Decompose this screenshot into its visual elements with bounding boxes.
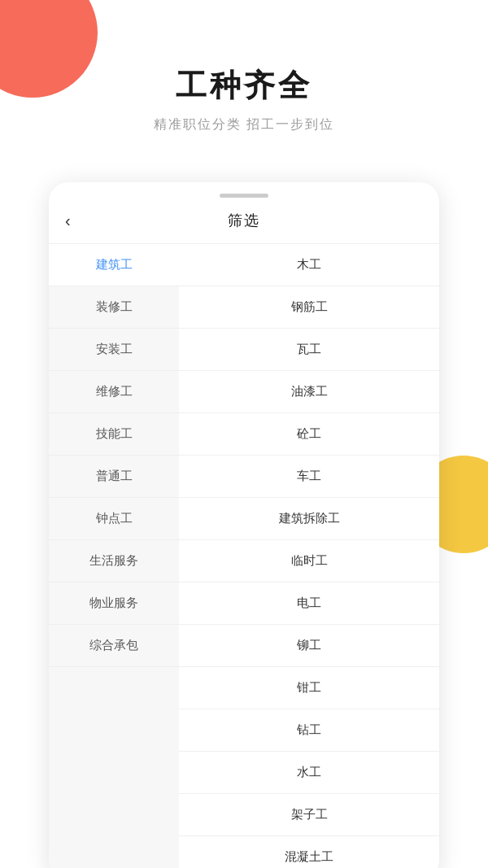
filter-header: ‹ 筛选 [49,198,439,244]
left-item-an-zhuang-gong[interactable]: 安装工 [49,329,179,371]
filter-body: 建筑工 装修工 安装工 维修工 技能工 普通工 钟点工 生活服务 物业服务 综合… [49,244,439,868]
right-item-qian-gong[interactable]: 钳工 [179,667,439,709]
back-button[interactable]: ‹ [65,212,71,230]
right-item-che-gong[interactable]: 车工 [179,456,439,498]
phone-container: ‹ 筛选 建筑工 装修工 安装工 维修工 技能工 普通工 钟点工 生活服务 物业… [0,182,488,868]
right-item-hun-ning-tu-gong[interactable]: 混凝土工 [179,836,439,868]
right-item-you-qi-gong[interactable]: 油漆工 [179,371,439,413]
left-column: 建筑工 装修工 安装工 维修工 技能工 普通工 钟点工 生活服务 物业服务 综合… [49,244,179,868]
left-item-sheng-huo-fu-wu[interactable]: 生活服务 [49,540,179,582]
left-item-wei-xiu-gong[interactable]: 维修工 [49,371,179,413]
right-item-jia-zi-gong[interactable]: 架子工 [179,794,439,836]
right-column: 木工 钢筋工 瓦工 油漆工 砼工 车工 建筑拆除工 临时工 电工 铆工 钳工 钻… [179,244,439,868]
left-item-jian-zhu-gong[interactable]: 建筑工 [49,244,179,286]
right-item-jian-zhu-chai-chu-gong[interactable]: 建筑拆除工 [179,498,439,540]
right-item-zuan-gong[interactable]: 钻工 [179,709,439,752]
right-item-tong-gong[interactable]: 砼工 [179,413,439,456]
left-item-wu-ye-fu-wu[interactable]: 物业服务 [49,582,179,625]
left-item-zhong-dian-gong[interactable]: 钟点工 [49,498,179,540]
right-item-mao-gong[interactable]: 铆工 [179,625,439,667]
right-item-shui-gong[interactable]: 水工 [179,752,439,794]
filter-title: 筛选 [228,211,260,230]
right-item-mu-gong[interactable]: 木工 [179,244,439,286]
left-item-zhuang-xiu-gong[interactable]: 装修工 [49,286,179,329]
right-item-dian-gong[interactable]: 电工 [179,582,439,625]
right-item-wa-gong[interactable]: 瓦工 [179,329,439,371]
left-item-zong-he-cheng-bao[interactable]: 综合承包 [49,625,179,667]
hero-subtitle: 精准职位分类 招工一步到位 [16,116,472,133]
left-item-ji-neng-gong[interactable]: 技能工 [49,413,179,456]
right-item-gang-jin-gong[interactable]: 钢筋工 [179,286,439,329]
left-item-pu-tong-gong[interactable]: 普通工 [49,456,179,498]
right-item-lin-shi-gong[interactable]: 临时工 [179,540,439,582]
phone-mockup: ‹ 筛选 建筑工 装修工 安装工 维修工 技能工 普通工 钟点工 生活服务 物业… [49,182,439,868]
